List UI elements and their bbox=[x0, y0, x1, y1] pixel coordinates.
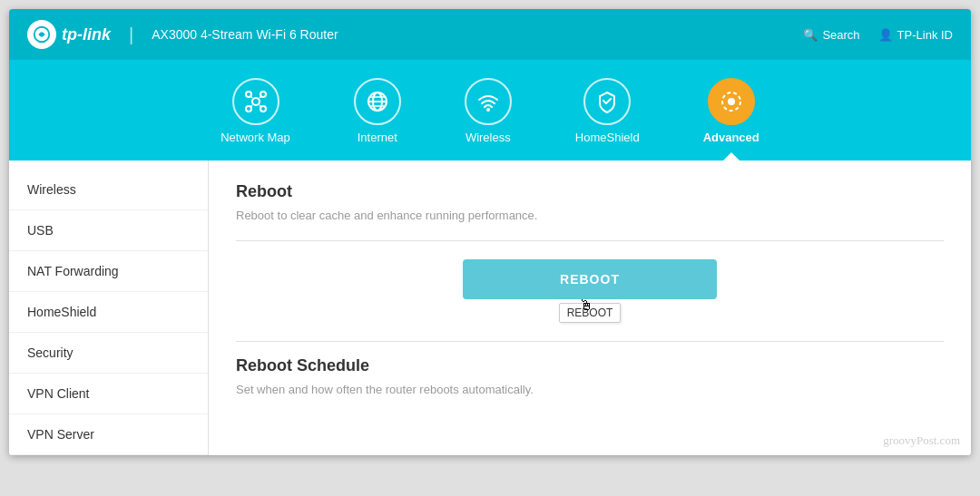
reboot-desc: Reboot to clear cache and enhance runnin… bbox=[236, 209, 944, 222]
sidebar-item-vpn-client[interactable]: VPN Client bbox=[9, 374, 208, 414]
nav-label-network-map: Network Map bbox=[220, 131, 290, 151]
internet-icon bbox=[365, 89, 390, 114]
network-map-icon-circle bbox=[232, 78, 279, 125]
svg-point-15 bbox=[486, 108, 490, 112]
header-left: tp-link | AX3000 4-Stream Wi-Fi 6 Router bbox=[27, 20, 338, 49]
search-label: Search bbox=[822, 28, 859, 42]
account-icon: 👤 bbox=[878, 28, 893, 42]
header-right: 🔍 Search 👤 TP-Link ID bbox=[803, 28, 953, 42]
homeshield-icon bbox=[594, 89, 620, 114]
tp-link-logo-icon bbox=[27, 20, 56, 49]
nav-item-wireless[interactable]: Wireless bbox=[446, 69, 530, 160]
network-map-icon bbox=[243, 89, 269, 114]
svg-line-8 bbox=[250, 105, 252, 107]
sidebar-item-homeshield[interactable]: HomeShield bbox=[9, 292, 208, 333]
svg-line-7 bbox=[260, 96, 261, 98]
reboot-tooltip: REBOOT bbox=[559, 303, 622, 323]
sidebar-item-nat-forwarding[interactable]: NAT Forwarding bbox=[9, 251, 208, 292]
content-area: Reboot Reboot to clear cache and enhance… bbox=[209, 160, 971, 455]
search-button[interactable]: 🔍 Search bbox=[803, 28, 859, 42]
wireless-icon bbox=[475, 89, 501, 114]
svg-point-1 bbox=[252, 98, 260, 105]
tp-link-svg-icon bbox=[32, 24, 52, 44]
nav-bar: Network Map Internet bbox=[9, 60, 971, 160]
schedule-divider bbox=[236, 341, 944, 342]
nav-item-internet[interactable]: Internet bbox=[336, 69, 419, 160]
router-model: AX3000 4-Stream Wi-Fi 6 Router bbox=[152, 27, 338, 42]
nav-label-homeshield: HomeShield bbox=[575, 131, 640, 151]
account-label: TP-Link ID bbox=[897, 28, 953, 42]
reboot-divider bbox=[236, 240, 944, 241]
schedule-title: Reboot Schedule bbox=[236, 356, 944, 375]
reboot-btn-area: REBOOT 🖱 REBOOT bbox=[236, 259, 944, 323]
watermark: groovyPost.com bbox=[883, 433, 960, 448]
nav-item-homeshield[interactable]: HomeShield bbox=[557, 69, 658, 160]
sidebar-item-usb[interactable]: USB bbox=[9, 210, 208, 251]
search-icon: 🔍 bbox=[803, 28, 818, 42]
nav-label-wireless: Wireless bbox=[466, 131, 511, 151]
sidebar-item-wireless[interactable]: Wireless bbox=[9, 170, 208, 210]
nav-label-internet: Internet bbox=[358, 131, 397, 151]
sidebar: Wireless USB NAT Forwarding HomeShield S… bbox=[9, 160, 209, 455]
main-content: Wireless USB NAT Forwarding HomeShield S… bbox=[9, 160, 971, 455]
svg-point-16 bbox=[728, 98, 735, 105]
sidebar-item-vpn-server[interactable]: VPN Server bbox=[9, 414, 208, 455]
wireless-icon-circle bbox=[465, 78, 512, 125]
nav-item-advanced[interactable]: Advanced bbox=[685, 69, 778, 160]
svg-line-9 bbox=[260, 105, 261, 107]
schedule-desc: Set when and how often the router reboot… bbox=[236, 383, 944, 396]
sidebar-item-security[interactable]: Security bbox=[9, 333, 208, 374]
reboot-button[interactable]: REBOOT bbox=[463, 259, 717, 299]
advanced-icon-circle bbox=[708, 78, 755, 125]
homeshield-icon-circle bbox=[583, 78, 631, 125]
header: tp-link | AX3000 4-Stream Wi-Fi 6 Router… bbox=[9, 9, 971, 60]
reboot-title: Reboot bbox=[236, 182, 944, 201]
svg-line-6 bbox=[250, 96, 252, 98]
logo-text: tp-link bbox=[62, 25, 111, 44]
tp-link-logo: tp-link bbox=[27, 20, 111, 49]
advanced-icon bbox=[719, 89, 744, 114]
header-divider: | bbox=[129, 24, 133, 45]
internet-icon-circle bbox=[354, 78, 401, 125]
nav-label-advanced: Advanced bbox=[703, 131, 760, 151]
account-button[interactable]: 👤 TP-Link ID bbox=[878, 28, 953, 42]
nav-item-network-map[interactable]: Network Map bbox=[202, 69, 309, 160]
